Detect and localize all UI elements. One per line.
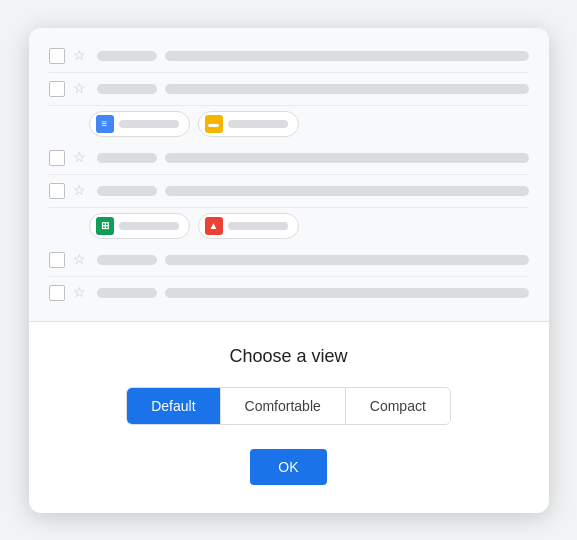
email-row: ☆ bbox=[49, 277, 529, 309]
view-compact-button[interactable]: Compact bbox=[345, 388, 450, 424]
sender-skeleton bbox=[97, 186, 157, 196]
sender-skeleton bbox=[97, 288, 157, 298]
attachment-name-skeleton bbox=[119, 222, 179, 230]
view-chooser-dialog: ☆ ☆ ≡ ▬ ☆ bbox=[29, 28, 549, 513]
docs-icon: ≡ bbox=[96, 115, 114, 133]
sender-skeleton bbox=[97, 84, 157, 94]
view-comfortable-button[interactable]: Comfortable bbox=[220, 388, 345, 424]
ok-button[interactable]: OK bbox=[250, 449, 327, 485]
view-options-group: Default Comfortable Compact bbox=[126, 387, 451, 425]
attachment-name-skeleton bbox=[228, 120, 288, 128]
attachment-chip: ▲ bbox=[198, 213, 299, 239]
star-icon: ☆ bbox=[73, 48, 89, 64]
view-default-button[interactable]: Default bbox=[127, 388, 219, 424]
photos-icon: ▲ bbox=[205, 217, 223, 235]
sender-skeleton bbox=[97, 51, 157, 61]
sheets-icon: ⊞ bbox=[96, 217, 114, 235]
attachments-row: ⊞ ▲ bbox=[49, 208, 529, 244]
subject-skeleton bbox=[165, 51, 529, 61]
row-checkbox bbox=[49, 183, 65, 199]
email-row: ☆ bbox=[49, 244, 529, 277]
row-checkbox bbox=[49, 48, 65, 64]
subject-skeleton bbox=[165, 186, 529, 196]
sender-skeleton bbox=[97, 153, 157, 163]
attachment-name-skeleton bbox=[119, 120, 179, 128]
slides-icon: ▬ bbox=[205, 115, 223, 133]
star-icon: ☆ bbox=[73, 183, 89, 199]
email-row: ☆ bbox=[49, 175, 529, 208]
row-checkbox bbox=[49, 150, 65, 166]
star-icon: ☆ bbox=[73, 81, 89, 97]
email-preview: ☆ ☆ ≡ ▬ ☆ bbox=[29, 28, 549, 322]
attachment-chip: ▬ bbox=[198, 111, 299, 137]
star-icon: ☆ bbox=[73, 252, 89, 268]
row-checkbox bbox=[49, 252, 65, 268]
subject-skeleton bbox=[165, 84, 529, 94]
attachment-name-skeleton bbox=[228, 222, 288, 230]
row-checkbox bbox=[49, 285, 65, 301]
attachments-row: ≡ ▬ bbox=[49, 106, 529, 142]
star-icon: ☆ bbox=[73, 285, 89, 301]
dialog-body: Choose a view Default Comfortable Compac… bbox=[29, 322, 549, 485]
email-row: ☆ bbox=[49, 73, 529, 106]
subject-skeleton bbox=[165, 288, 529, 298]
attachment-chip: ≡ bbox=[89, 111, 190, 137]
dialog-title: Choose a view bbox=[61, 346, 517, 367]
email-row: ☆ bbox=[49, 142, 529, 175]
star-icon: ☆ bbox=[73, 150, 89, 166]
subject-skeleton bbox=[165, 255, 529, 265]
subject-skeleton bbox=[165, 153, 529, 163]
email-row: ☆ bbox=[49, 40, 529, 73]
attachment-chip: ⊞ bbox=[89, 213, 190, 239]
sender-skeleton bbox=[97, 255, 157, 265]
row-checkbox bbox=[49, 81, 65, 97]
